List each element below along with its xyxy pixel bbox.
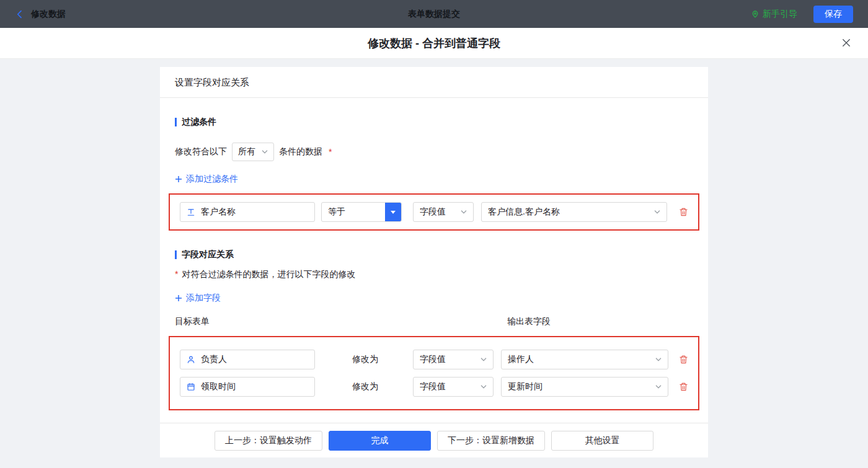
delete-mapping-row-button[interactable] [679,355,688,364]
beginner-guide-label: 新手引导 [763,9,797,20]
required-mark: * [329,147,332,157]
done-button[interactable]: 完成 [329,431,431,451]
plus-icon [175,175,182,183]
mapping-value-select[interactable]: 操作人 [501,350,668,369]
mapping-value-select[interactable]: 更新时间 [501,377,668,397]
add-filter-condition-link[interactable]: 添加过滤条件 [175,174,238,185]
mapping-field-input[interactable] [180,377,315,397]
save-button[interactable]: 保存 [813,6,853,23]
settings-card: 设置字段对应关系 过滤条件 修改符合以下 所有 条件的数据 * [160,67,708,457]
mapping-value-type-select[interactable]: 字段值 [413,350,494,369]
delete-mapping-row-button[interactable] [679,382,688,392]
mapping-description: * 对符合过滤条件的数据，进行以下字段的修改 [175,269,693,280]
modify-to-label: 修改为 [352,381,378,392]
card-footer: 上一步：设置触发动作 完成 下一步：设置新增数据 其他设置 [160,423,708,457]
filter-field-value[interactable] [201,207,308,217]
card-title: 设置字段对应关系 [160,67,708,98]
plus-icon [175,294,182,302]
filter-condition-line: 修改符合以下 所有 条件的数据 * [175,143,693,161]
chevron-down-icon [262,150,268,154]
mapping-field-value[interactable] [201,382,308,392]
beginner-guide-link[interactable]: 新手引导 [751,9,797,20]
add-field-link[interactable]: 添加字段 [175,293,221,304]
page-title: 表单数据提交 [0,9,868,20]
mapping-section-title: 字段对应关系 [175,249,693,260]
mapping-field-value[interactable] [201,355,308,364]
dialog-body: 设置字段对应关系 过滤条件 修改符合以下 所有 条件的数据 * [0,59,868,468]
mapping-field-input[interactable] [180,350,315,369]
back-button[interactable]: 修改数据 [15,9,66,20]
chevron-down-icon [461,210,467,214]
filter-value-type-select[interactable]: 字段值 [413,202,474,222]
filter-scope-select[interactable]: 所有 [232,143,274,161]
location-pin-icon [751,9,760,19]
mapping-row: 修改为 字段值 操作人 [180,350,688,369]
close-icon[interactable] [841,37,852,48]
filter-section-title: 过滤条件 [175,117,693,128]
topbar: 修改数据 表单数据提交 新手引导 保存 [0,0,868,28]
target-form-column-header: 目标表单 [175,316,507,327]
mapping-row: 修改为 字段值 更新时间 [180,377,688,397]
filter-suffix-label: 条件的数据 [279,146,322,157]
other-settings-button[interactable]: 其他设置 [551,431,653,451]
chevron-down-icon [654,210,660,214]
mapping-column-headers: 目标表单 输出表字段 [175,316,693,327]
required-mark: * [175,269,178,279]
chevron-down-icon [655,358,662,361]
filter-value-select[interactable]: 客户信息.客户名称 [481,202,667,222]
dialog-title: 修改数据 - 合并到普通字段 [368,36,500,51]
user-icon [187,355,195,364]
filter-rows-highlight-box: 等于 字段值 客户信息.客户名称 [169,193,699,231]
next-step-button[interactable]: 下一步：设置新增数据 [437,431,545,451]
operator-dropdown-button[interactable] [385,203,401,221]
mapping-value-type-select[interactable]: 字段值 [413,377,494,397]
output-field-column-header: 输出表字段 [507,316,551,327]
chevron-down-icon [655,385,662,389]
mapping-rows-highlight-box: 修改为 字段值 操作人 [169,336,699,410]
delete-filter-row-button[interactable] [679,207,688,217]
filter-prefix-label: 修改符合以下 [175,146,227,157]
back-label: 修改数据 [31,9,66,20]
filter-field-input[interactable] [180,202,315,222]
section-accent-bar [175,250,177,259]
calendar-icon [187,382,195,391]
filter-row: 等于 字段值 客户信息.客户名称 [180,202,688,222]
back-chevron-icon [15,9,25,19]
filter-operator-select[interactable]: 等于 [321,202,402,222]
chevron-down-icon [480,385,487,389]
modify-to-label: 修改为 [352,354,378,365]
chevron-down-icon [480,358,487,361]
dialog-header: 修改数据 - 合并到普通字段 [0,28,868,59]
text-field-icon [187,208,195,216]
previous-step-button[interactable]: 上一步：设置触发动作 [215,431,322,451]
section-accent-bar [175,118,177,126]
